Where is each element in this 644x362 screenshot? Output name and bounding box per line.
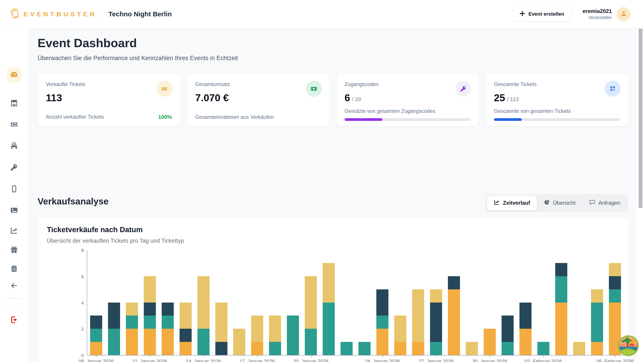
bar-segment-early-bird <box>502 342 514 355</box>
chat-icon <box>589 199 596 207</box>
card-value: 7.070 € <box>195 92 321 104</box>
sidebar-item-tickets[interactable] <box>10 120 18 129</box>
bar-segment-backstage-pass <box>180 329 192 342</box>
bar-segment-regular <box>215 303 228 342</box>
banknote-icon <box>306 81 322 97</box>
sidebar-item-orders[interactable] <box>10 264 18 273</box>
x-axis-label: 24. Januar 2026 <box>365 359 400 362</box>
bar-segment-backstage-pass <box>609 276 621 289</box>
user-info: eremia2021 Veranstalter <box>582 8 612 20</box>
logout-icon <box>10 316 18 324</box>
card-title: Gescannte Tickets <box>494 81 620 87</box>
bar-segment-early-bird <box>198 329 210 355</box>
stat-card-revenue: Gesamtumsatz 7.070 € Gesamteinnahmen aus… <box>187 74 330 126</box>
key-icon <box>455 81 471 97</box>
x-axis-label: 20. Januar 2026 <box>293 359 328 362</box>
bar-segment-vip <box>376 329 388 355</box>
bar-segment-early-bird <box>430 342 442 355</box>
bar-segment-regular <box>198 276 210 329</box>
bar-segment-vip <box>448 289 460 355</box>
app-logo[interactable]: EVENTBUSTER <box>10 8 97 20</box>
logo-wordmark: EVENTBUSTER <box>24 10 97 18</box>
bar-segment-regular <box>466 342 478 355</box>
bar-segment-regular <box>323 263 335 303</box>
card-percent-badge: 100% <box>158 114 172 120</box>
key-icon <box>10 163 18 172</box>
x-axis-label: 14. Januar 2026 <box>186 359 221 362</box>
bar-segment-early-bird <box>108 329 120 355</box>
access-codes-progress <box>344 118 471 121</box>
bar-segment-vip <box>180 342 192 355</box>
tab-uebersicht[interactable]: Übersicht <box>537 196 582 211</box>
logout-button[interactable] <box>10 316 18 324</box>
bar-segment-vip <box>162 329 174 355</box>
sidebar-item-shop[interactable] <box>10 98 18 107</box>
bar-segment-early-bird <box>305 329 317 355</box>
sidebar-item-promotions[interactable] <box>10 245 18 254</box>
beach-island-badge[interactable] <box>618 335 639 357</box>
bench-icon <box>10 141 18 150</box>
bar-segment-vip <box>126 329 138 355</box>
bar-segment-regular <box>144 276 156 303</box>
bar-segment-backstage-pass <box>162 303 174 316</box>
bar-segment-early-bird <box>287 316 299 355</box>
bar-segment-backstage-pass <box>90 316 102 329</box>
plus-icon <box>520 11 525 18</box>
y-axis-label: 8 <box>70 248 84 253</box>
user-avatar[interactable] <box>616 7 630 21</box>
y-axis-label: 4 <box>70 300 84 306</box>
sidebar-item-analytics[interactable] <box>10 226 18 235</box>
bar-segment-vip <box>90 342 102 355</box>
card-description: Anzahl verkaufter Tickets <box>46 114 104 120</box>
header-divider <box>102 9 102 19</box>
card-value: 25/ 113 <box>494 92 620 104</box>
x-axis-tick <box>150 355 150 358</box>
qr-scan-icon <box>605 81 621 97</box>
chart-card: Ticketverkäufe nach Datum Übersicht der … <box>38 217 628 362</box>
card-description: Gescannte von gesamten Tickets <box>494 108 571 114</box>
stat-card-sold-tickets: Verkaufte Tickets 113 Anzahl verkaufter … <box>38 74 180 126</box>
clipboard-list-icon <box>10 264 18 273</box>
bar-segment-early-bird <box>90 329 102 342</box>
card-value: 6/ 20 <box>344 92 471 104</box>
tab-zeitverlauf[interactable]: Zeitverlauf <box>487 196 537 211</box>
bar-segment-regular <box>126 303 138 316</box>
chart-line-icon <box>494 199 500 207</box>
user-role: Veranstalter <box>582 15 612 20</box>
tab-anfragen[interactable]: Anfragen <box>582 196 627 211</box>
bar-segment-early-bird <box>609 289 621 303</box>
bar-segment-early-bird <box>358 342 370 355</box>
scrollbar-thumb[interactable] <box>639 28 642 208</box>
y-axis-label: 6 <box>70 274 84 279</box>
y-axis-label: 2 <box>70 327 84 332</box>
x-axis-tick <box>436 355 436 358</box>
bar-segment-early-bird <box>591 303 603 342</box>
sidebar-item-mobile[interactable] <box>10 185 18 193</box>
x-axis-label: 08. Januar 2026 <box>78 359 114 362</box>
bar-segment-early-bird <box>340 342 353 355</box>
bar-segment-regular <box>233 329 245 355</box>
card-description: Gesamteinnahmen aus Verkäufen <box>195 114 274 120</box>
sidebar-item-seating[interactable] <box>10 141 18 150</box>
analysis-section-title: Verkaufsanalyse <box>38 196 108 207</box>
sidebar-item-dashboard[interactable] <box>7 67 22 82</box>
bar-segment-regular <box>430 289 442 303</box>
create-event-button[interactable]: Event erstellen <box>512 6 571 22</box>
bar-segment-early-bird <box>162 316 174 329</box>
store-icon <box>10 98 18 107</box>
sidebar-item-access-codes[interactable] <box>10 163 18 172</box>
bar-segment-regular <box>180 303 192 329</box>
sidebar-item-media[interactable] <box>10 206 18 215</box>
ticket-logo-icon <box>10 8 21 20</box>
bar-segment-regular <box>251 316 263 342</box>
bar-segment-backstage-pass <box>555 263 567 276</box>
x-axis-tick <box>204 355 204 358</box>
x-axis-tick <box>490 355 490 358</box>
sidebar-collapse-button[interactable] <box>10 281 18 290</box>
bar-segment-backstage-pass <box>520 303 532 329</box>
stacked-bar-chart: 0246808. Januar 202611. Januar 202614. J… <box>87 250 624 356</box>
page-subtitle: Überwachen Sie die Performance und Kennz… <box>38 55 238 62</box>
bar-segment-regular <box>394 316 406 342</box>
scrollbar-track[interactable] <box>636 28 644 362</box>
x-axis-tick <box>615 355 616 358</box>
